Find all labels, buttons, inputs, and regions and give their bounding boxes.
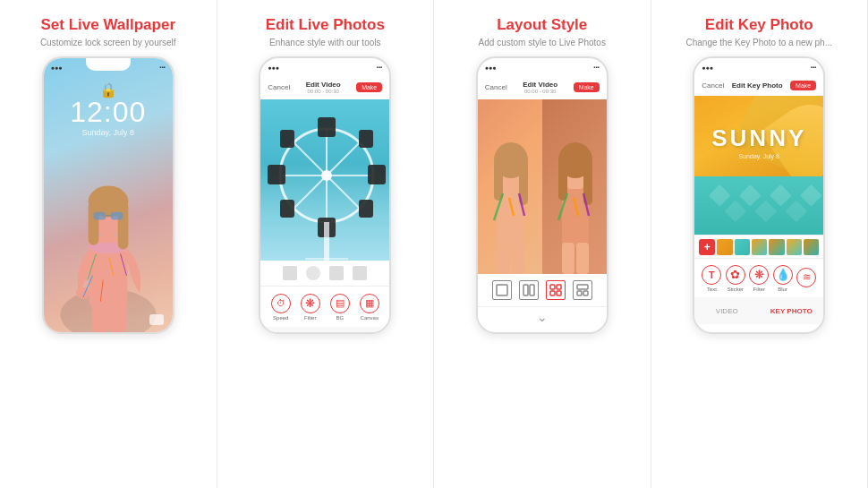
half-layout-icon [523, 284, 535, 296]
ferris-wheel-svg [260, 99, 389, 261]
phone4-notch [736, 58, 781, 71]
phone2-header: Cancel Edit Video 00:00 - 00:30 Make [260, 74, 389, 99]
multi-layout-icon [576, 284, 589, 296]
svg-rect-62 [523, 285, 528, 295]
swatch-2[interactable] [735, 239, 750, 255]
svg-rect-5 [88, 201, 98, 245]
layout-multi[interactable] [573, 280, 592, 300]
layout-arrow-down[interactable]: ⌄ [478, 306, 607, 326]
svg-rect-70 [583, 291, 588, 295]
phone2-bottom-icons [260, 261, 389, 286]
svg-rect-65 [557, 285, 561, 289]
tab4-video[interactable]: VIDEO [694, 307, 759, 315]
svg-rect-63 [530, 285, 534, 295]
slash-icon: ≋ [796, 268, 816, 287]
phone2-battery: ▪▪▪ [377, 64, 382, 70]
speed-tool[interactable]: ⏱ Speed [271, 294, 291, 321]
teal-decoration [694, 176, 823, 235]
phone3-notch [520, 58, 565, 71]
sticker-label: Sticker [728, 287, 744, 292]
time-range: 00:00 - 00:30 [307, 89, 338, 94]
sticker-icon: ✿ [726, 265, 745, 285]
lock-time: 12:00 [70, 96, 146, 129]
svg-rect-35 [359, 200, 373, 218]
svg-rect-69 [577, 291, 582, 295]
split-left [478, 99, 542, 274]
sunny-date: Sunday, July 8 [739, 153, 779, 159]
filter-icon-4: ❋ [749, 265, 769, 285]
svg-rect-7 [93, 212, 106, 220]
svg-point-27 [321, 170, 332, 181]
svg-rect-12 [109, 302, 126, 332]
layout-split-active[interactable] [546, 280, 566, 300]
layout-single[interactable] [492, 280, 512, 300]
filter-tool-4[interactable]: ❋ Filter [749, 265, 769, 292]
text-tool[interactable]: T Text [702, 265, 721, 292]
section2-title: Edit Live Photos [266, 16, 385, 34]
speed-icon: ⏱ [271, 294, 291, 313]
svg-rect-8 [111, 212, 123, 220]
filter-icon-small[interactable] [306, 266, 320, 280]
color-swatches-row: + [694, 235, 823, 258]
svg-rect-61 [497, 285, 507, 295]
more-tool[interactable]: ≋ [796, 268, 816, 289]
svg-rect-72 [709, 184, 731, 207]
svg-rect-66 [550, 291, 555, 295]
split-right-girl [542, 99, 607, 274]
section-edit-key-photo: Edit Key Photo Change the Key Photo to a… [651, 0, 869, 488]
section-set-live-wallpaper: Set Live Wallpaper Customize lock screen… [0, 0, 217, 488]
section3-title: Layout Style [497, 16, 587, 34]
phone4-frame: ●●● ▪▪▪ Cancel Edit Key Photo Make SUNNY… [693, 56, 825, 334]
sticker-tool[interactable]: ✿ Sticker [726, 265, 745, 292]
split-right [542, 99, 607, 274]
layout-half[interactable] [519, 280, 539, 300]
canvas-icon-small[interactable] [329, 266, 344, 280]
split-left-girl [478, 99, 542, 274]
section-layout-style: Layout Style Add custom style to Live Ph… [434, 0, 651, 488]
single-layout-icon [496, 284, 508, 296]
phone4-signal: ●●● [702, 64, 713, 71]
svg-rect-74 [770, 184, 792, 207]
phone2-notch [302, 58, 347, 71]
phone2-signal: ●●● [268, 64, 279, 71]
tab4-key-photo[interactable]: KEY PHOTO [759, 307, 823, 315]
svg-rect-68 [577, 285, 588, 289]
bg-tool[interactable]: ▤ BG [330, 294, 350, 321]
phone4-title: Edit Key Photo [732, 81, 783, 90]
phone4-cancel[interactable]: Cancel [702, 81, 724, 90]
phone1-battery: ▪▪▪ [159, 64, 165, 70]
section4-title: Edit Key Photo [705, 16, 813, 34]
sunny-text: SUNNY [711, 124, 806, 152]
swatch-6[interactable] [804, 239, 819, 255]
cancel-button[interactable]: Cancel [268, 83, 290, 91]
svg-rect-78 [786, 201, 808, 223]
phone4-header: Cancel Edit Key Photo Make [694, 74, 823, 96]
swatch-4[interactable] [769, 239, 784, 255]
phone4-make[interactable]: Make [790, 81, 816, 90]
canvas-label: Canvas [361, 315, 379, 321]
filter-tool[interactable]: ❋ Filter [301, 294, 320, 321]
swatch-3[interactable] [752, 239, 767, 255]
canvas-tool[interactable]: ▦ Canvas [360, 294, 379, 321]
section4-subtitle: Change the Key Photo to a new ph... [686, 38, 832, 47]
filter-label-4: Filter [753, 287, 765, 292]
phone3-make[interactable]: Make [574, 82, 600, 92]
canvas-icon: ▦ [360, 294, 379, 313]
text-icon-small[interactable] [283, 266, 297, 280]
camera-icon[interactable] [149, 314, 164, 325]
phone3-title: Edit Video [523, 81, 557, 89]
phone3-cancel[interactable]: Cancel [485, 83, 507, 91]
section2-subtitle: Enhance style with our tools [269, 38, 381, 47]
svg-rect-77 [755, 201, 778, 223]
extra-icon-small[interactable] [353, 266, 367, 280]
blur-tool[interactable]: 💧 Blur [773, 265, 793, 292]
phone3-header: Cancel Edit Video 00:00 - 00:30 Make [478, 74, 607, 99]
make-button[interactable]: Make [356, 82, 382, 92]
svg-rect-36 [324, 222, 329, 261]
phone4-toolbar: T Text ✿ Sticker ❋ Filter 💧 Blur ≋ [694, 258, 823, 297]
swatch-5[interactable] [787, 239, 802, 255]
swatch-1[interactable] [717, 239, 732, 255]
blur-icon: 💧 [773, 265, 793, 285]
girl-illustration [44, 135, 173, 332]
add-swatch-button[interactable]: + [699, 239, 715, 255]
